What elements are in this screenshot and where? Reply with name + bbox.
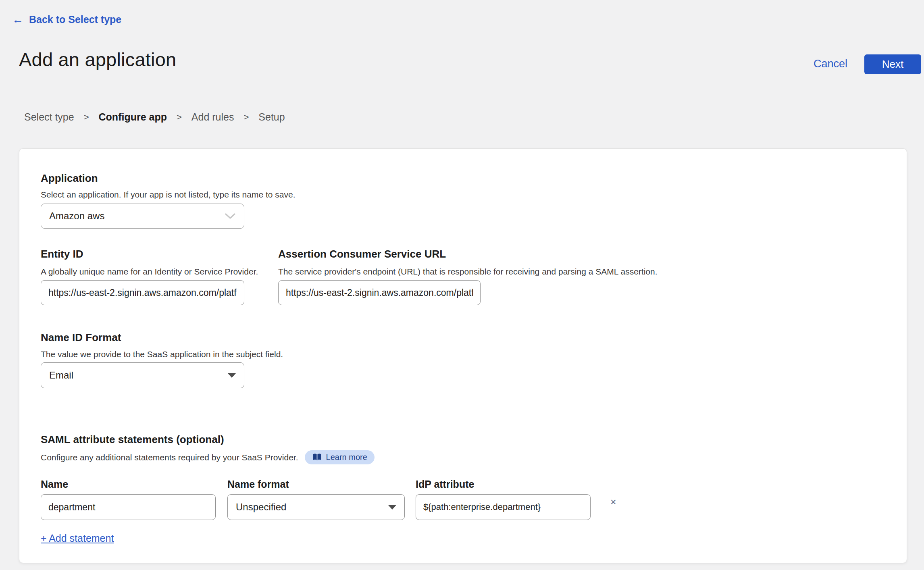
statement-name-format-value: Unspecified <box>236 501 388 513</box>
caret-down-icon <box>228 373 236 378</box>
book-icon <box>312 453 322 462</box>
back-to-select-type-link[interactable]: ← Back to Select type <box>12 14 121 25</box>
name-id-format-select[interactable]: Email <box>41 362 244 388</box>
configure-app-card: Application Select an application. If yo… <box>19 148 907 563</box>
wizard-steps: Select type > Configure app > Add rules … <box>24 111 285 123</box>
add-application-page: ← Back to Select type Add an application… <box>0 0 924 570</box>
name-id-format-value: Email <box>49 370 228 381</box>
application-select-value: Amazon aws <box>49 210 225 222</box>
step-separator: > <box>84 112 89 123</box>
add-statement-link[interactable]: + Add statement <box>41 533 114 544</box>
saml-attributes-heading: SAML attribute statements (optional) <box>41 433 224 446</box>
step-configure-app[interactable]: Configure app <box>99 111 167 123</box>
acs-url-input[interactable] <box>278 280 481 305</box>
step-separator: > <box>177 112 182 123</box>
page-title: Add an application <box>19 48 176 71</box>
application-label: Application <box>41 172 98 185</box>
entity-id-label: Entity ID <box>41 248 83 260</box>
saml-attributes-helper-row: Configure any additional statements requ… <box>41 450 375 464</box>
statement-idp-attribute-input[interactable] <box>416 494 591 520</box>
step-setup[interactable]: Setup <box>258 111 285 123</box>
entity-id-input[interactable] <box>41 280 244 305</box>
acs-url-helper: The service provider's endpoint (URL) th… <box>278 267 658 277</box>
application-select[interactable]: Amazon aws <box>41 204 244 229</box>
back-arrow-icon: ← <box>12 14 23 25</box>
statement-name-input[interactable] <box>41 494 216 520</box>
back-link-label: Back to Select type <box>29 14 121 25</box>
name-id-format-label: Name ID Format <box>41 331 121 344</box>
chevron-down-icon <box>225 213 236 220</box>
next-button[interactable]: Next <box>864 54 921 74</box>
remove-statement-icon[interactable]: × <box>610 497 616 507</box>
cancel-button[interactable]: Cancel <box>814 58 847 70</box>
learn-more-label: Learn more <box>326 453 367 462</box>
entity-id-helper: A globally unique name for an Identity o… <box>41 267 258 277</box>
step-separator: > <box>243 112 249 123</box>
statement-idp-attribute-label: IdP attribute <box>416 478 474 490</box>
name-id-format-helper: The value we provide to the SaaS applica… <box>41 349 283 359</box>
step-add-rules[interactable]: Add rules <box>191 111 234 123</box>
acs-url-label: Assertion Consumer Service URL <box>278 248 446 260</box>
step-select-type[interactable]: Select type <box>24 111 74 123</box>
statement-name-format-select[interactable]: Unspecified <box>227 494 405 520</box>
application-helper: Select an application. If your app is no… <box>41 190 296 200</box>
statement-name-format-label: Name format <box>227 478 289 490</box>
learn-more-badge[interactable]: Learn more <box>305 450 375 464</box>
saml-attributes-helper: Configure any additional statements requ… <box>41 453 298 462</box>
statement-name-label: Name <box>41 478 68 490</box>
caret-down-icon <box>388 505 396 510</box>
